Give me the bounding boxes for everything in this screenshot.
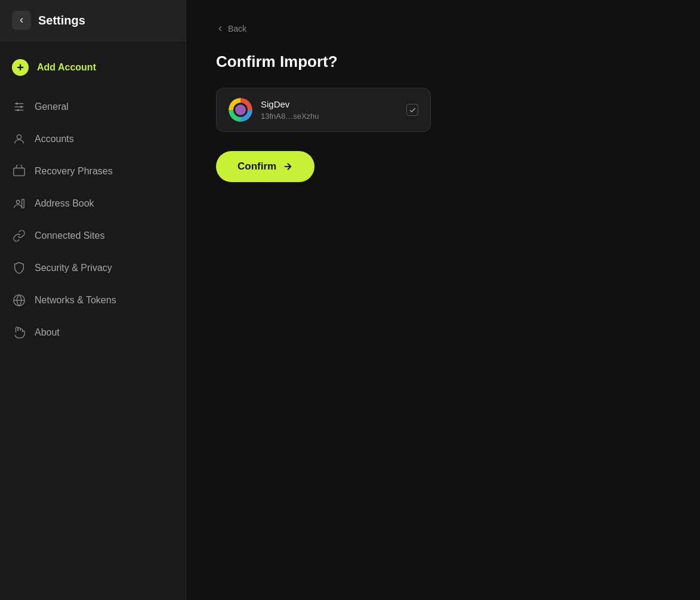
account-info: SigDev 13fnA8…seXzhu	[261, 99, 398, 121]
add-account-item[interactable]: + Add Account	[0, 51, 186, 84]
person-book-icon	[12, 196, 26, 211]
avatar	[229, 98, 252, 122]
sidebar-nav: + Add Account General Accounts Recovery …	[0, 41, 186, 358]
add-account-icon: +	[12, 59, 29, 76]
main-content: Back Confirm Import? SigDev 13fnA8…seXzh…	[186, 0, 700, 600]
sidebar-header: Settings	[0, 0, 186, 41]
shield-icon	[12, 261, 26, 275]
sidebar-item-label: Networks & Tokens	[35, 295, 116, 306]
sidebar-item-recovery[interactable]: Recovery Phrases	[0, 156, 186, 187]
hand-icon	[12, 325, 26, 340]
page-title: Confirm Import?	[216, 53, 670, 71]
arrow-right-icon	[282, 161, 293, 172]
sidebar-item-label: Address Book	[35, 198, 94, 209]
svg-point-6	[17, 135, 21, 139]
person-icon	[12, 132, 26, 146]
back-link[interactable]: Back	[216, 24, 670, 33]
svg-rect-9	[22, 199, 24, 208]
sidebar-title: Settings	[38, 14, 85, 27]
back-link-label: Back	[228, 24, 246, 33]
sidebar-item-label: About	[35, 327, 60, 338]
sidebar-item-connected-sites[interactable]: Connected Sites	[0, 220, 186, 251]
sidebar-item-networks[interactable]: Networks & Tokens	[0, 285, 186, 316]
account-card: SigDev 13fnA8…seXzhu	[216, 88, 431, 132]
svg-point-4	[20, 106, 23, 108]
sidebar-item-about[interactable]: About	[0, 317, 186, 348]
sidebar: Settings + Add Account General Accounts	[0, 0, 186, 600]
sidebar-item-general[interactable]: General	[0, 91, 186, 122]
sidebar-item-label: Recovery Phrases	[35, 166, 113, 177]
sidebar-item-accounts[interactable]: Accounts	[0, 124, 186, 155]
sidebar-item-address-book[interactable]: Address Book	[0, 188, 186, 219]
sidebar-back-button[interactable]	[12, 11, 31, 30]
sidebar-item-security[interactable]: Security & Privacy	[0, 253, 186, 284]
svg-point-5	[17, 109, 19, 112]
sidebar-item-label: Connected Sites	[35, 230, 104, 241]
svg-point-3	[16, 103, 18, 105]
globe-icon	[12, 293, 26, 307]
sidebar-item-label: Security & Privacy	[35, 263, 112, 273]
confirm-button-label: Confirm	[238, 161, 276, 173]
sliders-icon	[12, 100, 26, 114]
svg-point-8	[16, 201, 20, 204]
account-checkbox[interactable]	[406, 104, 418, 116]
account-address: 13fnA8…seXzhu	[261, 112, 398, 121]
link-icon	[12, 229, 26, 243]
svg-rect-7	[14, 168, 24, 176]
sidebar-item-label: Accounts	[35, 134, 74, 144]
chat-key-icon	[12, 164, 26, 179]
account-name: SigDev	[261, 99, 398, 109]
confirm-button[interactable]: Confirm	[216, 151, 314, 182]
add-account-label: Add Account	[37, 62, 96, 73]
sidebar-item-label: General	[35, 101, 69, 112]
